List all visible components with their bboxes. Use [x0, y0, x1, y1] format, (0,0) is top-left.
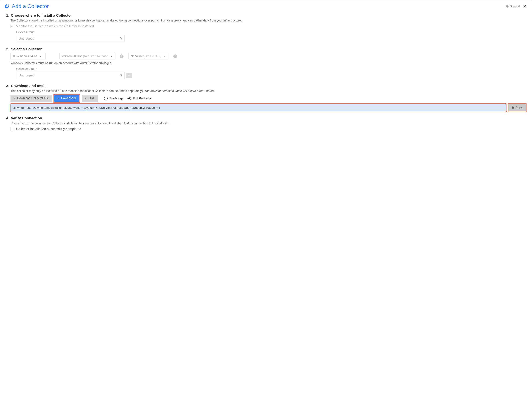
- page-title: Add a Collector: [12, 3, 49, 9]
- command-text: cls;write-host "Downloading installer, p…: [11, 104, 506, 111]
- collector-group-input[interactable]: [16, 72, 124, 79]
- radio-icon: [128, 97, 131, 100]
- device-group-input[interactable]: [16, 35, 124, 42]
- step-3: 3. Download and Install This collector m…: [6, 84, 526, 111]
- brand-logo-icon: [5, 4, 9, 9]
- step-title: Download and Install: [11, 84, 47, 88]
- chevron-down-icon: [39, 55, 42, 58]
- step-number: 3.: [6, 84, 9, 88]
- terminal-icon: [57, 97, 60, 99]
- install-complete-label: Collector installation successfully comp…: [16, 127, 81, 131]
- close-button[interactable]: [522, 4, 527, 8]
- admin-note: Windows Collectors must be run on an acc…: [11, 61, 526, 65]
- step-description: Check the box below once the Collector i…: [11, 121, 526, 125]
- monitor-device-checkbox[interactable]: [11, 25, 14, 28]
- step-title: Select a Collector: [11, 47, 42, 51]
- step-2: 2. Select a Collector Windows 64-bit: [6, 47, 526, 79]
- step-4: 4. Verify Connection Check the box below…: [6, 116, 526, 131]
- modal-header: Add a Collector Support: [5, 1, 527, 10]
- command-textbox[interactable]: cls;write-host "Downloading installer, p…: [11, 104, 506, 111]
- powershell-button[interactable]: PowerShell: [54, 95, 79, 102]
- terminal-icon: [85, 97, 87, 99]
- download-file-button[interactable]: Download Collector File: [11, 95, 52, 102]
- version-select[interactable]: Version 30.002 (Required Release: [59, 53, 115, 59]
- step-title: Choose where to install a Collector: [11, 13, 72, 18]
- help-icon[interactable]: ?: [173, 54, 177, 58]
- support-link[interactable]: Support: [506, 5, 520, 8]
- help-icon[interactable]: ?: [120, 54, 124, 58]
- support-label: Support: [510, 5, 520, 8]
- clipboard-icon: [512, 106, 514, 109]
- svg-point-2: [120, 74, 122, 76]
- step-number: 1.: [6, 13, 9, 18]
- install-complete-checkbox[interactable]: [11, 127, 14, 131]
- step-number: 4.: [6, 116, 9, 120]
- search-zoom-icon[interactable]: [119, 74, 123, 77]
- os-select[interactable]: Windows 64-bit: [11, 53, 46, 59]
- radio-bootstrap[interactable]: Bootstrap: [104, 97, 123, 100]
- lifebuoy-icon: [506, 5, 509, 8]
- step-description: This collector may only be installed on …: [11, 89, 526, 93]
- radio-full-package[interactable]: Full Package: [128, 97, 151, 100]
- step-description: The Collector should be installed on a W…: [11, 18, 526, 23]
- svg-point-1: [120, 37, 122, 39]
- step-1: 1. Choose where to install a Collector T…: [6, 13, 526, 42]
- modal-add-collector: Add a Collector Support 1. Choose where …: [0, 0, 532, 396]
- device-group-label: Device Group: [16, 30, 526, 34]
- chevron-down-icon: [110, 55, 113, 58]
- monitor-device-label: Monitor the Device on which the Collecto…: [16, 24, 94, 28]
- size-select[interactable]: Nano (requires < 2GB): [129, 53, 168, 59]
- url-button[interactable]: URL: [82, 95, 98, 102]
- add-group-button[interactable]: [126, 73, 132, 78]
- step-title: Verify Connection: [11, 116, 42, 120]
- windows-icon: [13, 55, 15, 58]
- copy-button[interactable]: Copy: [508, 104, 526, 111]
- radio-icon: [104, 97, 108, 100]
- download-icon: [13, 97, 16, 99]
- search-zoom-icon[interactable]: [119, 37, 123, 40]
- chevron-down-icon: [164, 55, 166, 58]
- collector-group-label: Collector Group: [16, 67, 526, 71]
- step-number: 2.: [6, 47, 9, 51]
- svg-point-0: [7, 4, 9, 6]
